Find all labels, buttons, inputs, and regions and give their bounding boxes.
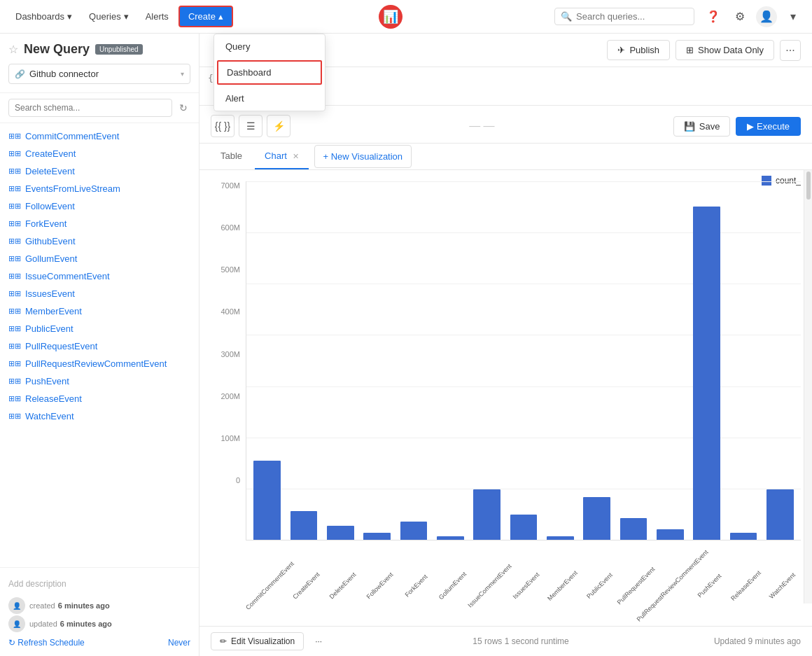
schema-item[interactable]: ⊞⊞ForkEvent	[0, 215, 199, 232]
user-avatar-created: 👤	[8, 597, 25, 614]
autocomplete-btn[interactable]: ☰	[239, 115, 262, 137]
schema-item[interactable]: ⊞⊞GithubEvent	[0, 232, 199, 250]
footer-rows-info: 15 rows 1 second runtime	[472, 636, 568, 646]
schema-item[interactable]: ⊞⊞PublicEvent	[0, 320, 199, 337]
search-bar[interactable]: 🔍	[554, 8, 694, 25]
bar[interactable]	[437, 536, 463, 540]
toolbar-left: {{ }} ☰ ⚡	[211, 115, 290, 137]
bar[interactable]	[363, 533, 390, 540]
bar-group: CommitCommentEvent	[249, 181, 285, 540]
bar-label: DeleteEvent	[328, 571, 358, 601]
bar[interactable]	[400, 522, 427, 540]
save-button[interactable]: 💾 Save	[673, 116, 731, 137]
edit-viz-label: Edit Visualization	[231, 636, 295, 646]
y-label-500m: 500M	[211, 265, 240, 274]
shortcuts-btn[interactable]: ⚡	[267, 115, 290, 137]
search-input[interactable]	[576, 11, 688, 22]
dropdown-item-query[interactable]: Query	[214, 34, 325, 59]
query-title-row: ☆ New Query Unpublished	[8, 42, 190, 57]
chart-container: count_ 700M 600M 500M 400M 300M 200M 100…	[200, 170, 812, 626]
schema-item[interactable]: ⊞⊞IssueCommentEvent	[0, 267, 199, 285]
bar-group: IssuesEvent	[505, 181, 541, 540]
connector-select[interactable]: 🔗 Github connector ▾	[8, 64, 190, 84]
sidebar: ☆ New Query Unpublished 🔗 Github connect…	[0, 34, 200, 656]
nav-alerts[interactable]: Alerts	[139, 7, 176, 26]
execute-button[interactable]: ▶ Execute	[736, 117, 801, 136]
schema-item[interactable]: ⊞⊞MemberEvent	[0, 302, 199, 320]
schema-search-input[interactable]	[8, 99, 172, 117]
dropdown-item-dashboard[interactable]: Dashboard	[217, 60, 322, 85]
bar[interactable]	[693, 207, 720, 540]
save-icon: 💾	[684, 121, 695, 132]
list-icon: ☰	[246, 120, 255, 132]
schema-item[interactable]: ⊞⊞CommitCommentEvent	[0, 127, 199, 145]
refresh-schedule-link[interactable]: ↻ Refresh Schedule	[8, 638, 85, 648]
footer-more-button[interactable]: ···	[309, 634, 328, 649]
nav-queries[interactable]: Queries ▾	[82, 7, 136, 26]
edit-visualization-button[interactable]: ✏ Edit Visualization	[211, 632, 304, 650]
dropdown-item-alert[interactable]: Alert	[214, 86, 325, 111]
bar-label: PullRequestReviewCommentEvent	[636, 548, 710, 622]
bar[interactable]	[583, 497, 610, 540]
bar-group: CreateEvent	[286, 181, 321, 540]
format-code-btn[interactable]: {{ }}	[211, 115, 234, 137]
chart-tab-label: Chart	[265, 151, 287, 161]
schema-item[interactable]: ⊞⊞GollumEvent	[0, 250, 199, 267]
new-visualization-tab[interactable]: + New Visualization	[314, 145, 412, 168]
bar[interactable]	[473, 489, 500, 540]
chevron-up-icon: ▴	[218, 11, 223, 22]
nav-dashboards-label: Dashboards	[15, 11, 64, 22]
schema-item[interactable]: ⊞⊞DeleteEvent	[0, 162, 199, 180]
schema-item[interactable]: ⊞⊞EventsFromLiveStream	[0, 180, 199, 197]
refresh-icon: ↻	[8, 638, 15, 648]
star-icon[interactable]: ☆	[8, 43, 18, 56]
create-label: Create	[188, 11, 216, 22]
bar-group: PushEvent	[689, 181, 724, 540]
refresh-schema-btn[interactable]: ↻	[176, 99, 190, 116]
logo-circle: 📊	[379, 5, 402, 29]
create-dropdown: Query Dashboard Alert	[214, 34, 326, 111]
bar-group: IssueCommentEvent	[469, 181, 505, 540]
bar[interactable]	[657, 529, 683, 540]
bar[interactable]	[730, 533, 757, 540]
schema-item[interactable]: ⊞⊞ReleaseEvent	[0, 390, 199, 407]
scrollbar-thumb[interactable]	[806, 172, 811, 200]
content-area: ✈ Publish ⊞ Show Data Only ··· {} by Typ…	[200, 34, 812, 656]
resize-handle-dots: — —	[469, 120, 494, 132]
schema-item[interactable]: ⊞⊞PullRequestEvent	[0, 337, 199, 355]
schema-item[interactable]: ⊞⊞PushEvent	[0, 372, 199, 390]
refresh-schedule-row: ↻ Refresh Schedule Never	[8, 638, 190, 648]
table-icon: ⊞⊞	[8, 272, 21, 281]
refresh-never-btn[interactable]: Never	[168, 638, 190, 648]
nav-create-button[interactable]: Create ▴	[178, 6, 233, 27]
bar[interactable]	[290, 511, 317, 540]
bar[interactable]	[766, 489, 793, 540]
schema-item[interactable]: ⊞⊞CreateEvent	[0, 145, 199, 162]
schema-item[interactable]: ⊞⊞PullRequestReviewCommentEvent	[0, 355, 199, 372]
add-description-btn[interactable]: Add description	[8, 576, 190, 592]
bar[interactable]	[547, 536, 573, 540]
schema-item[interactable]: ⊞⊞FollowEvent	[0, 197, 199, 215]
tab-chart[interactable]: Chart ✕	[255, 144, 308, 169]
chart-tab-close-icon[interactable]: ✕	[293, 152, 299, 160]
bolt-icon: ⚡	[273, 120, 285, 132]
nav-dashboards[interactable]: Dashboards ▾	[8, 7, 79, 26]
settings-icon-btn[interactable]: ⚙	[729, 6, 750, 27]
show-data-button[interactable]: ⊞ Show Data Only	[676, 40, 774, 60]
bar-group: WatchEvent	[762, 181, 798, 540]
more-options-button[interactable]: ···	[780, 40, 801, 61]
toolbar-right: 💾 Save ▶ Execute	[673, 116, 801, 137]
bar[interactable]	[510, 515, 537, 540]
publish-button[interactable]: ✈ Publish	[607, 40, 670, 60]
tab-table[interactable]: Table	[211, 144, 252, 169]
schema-item[interactable]: ⊞⊞WatchEvent	[0, 407, 199, 425]
vertical-scrollbar[interactable]	[804, 170, 812, 603]
bar[interactable]	[327, 526, 354, 540]
help-icon-btn[interactable]: ❓	[703, 6, 724, 27]
bar[interactable]	[253, 461, 280, 540]
bar[interactable]	[620, 518, 647, 540]
schema-item[interactable]: ⊞⊞IssuesEvent	[0, 285, 199, 302]
braces-icon: {{ }}	[215, 120, 231, 132]
user-avatar-btn[interactable]: 👤	[756, 6, 777, 27]
chevron-down-nav-icon[interactable]: ▾	[783, 6, 804, 27]
